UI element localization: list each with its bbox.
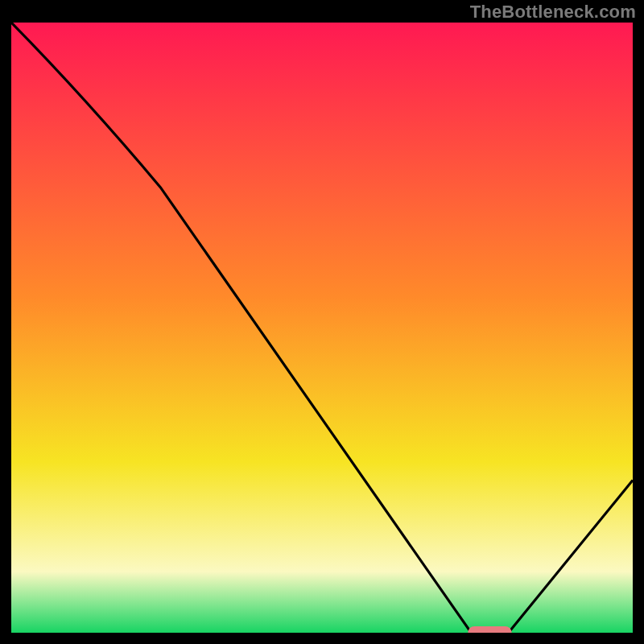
chart-container: TheBottleneck.com — [0, 0, 644, 644]
chart-frame — [11, 23, 633, 633]
optimal-range-marker — [11, 23, 633, 633]
optimal-pill — [468, 626, 511, 633]
watermark-text: TheBottleneck.com — [470, 2, 636, 23]
